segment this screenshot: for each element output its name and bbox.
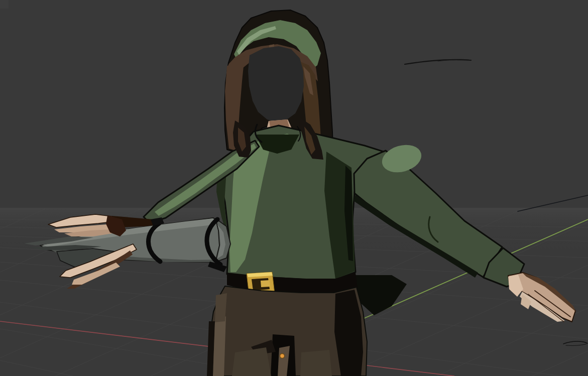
viewport-canvas[interactable]	[0, 0, 588, 376]
pants-left-light-2	[215, 293, 227, 322]
pants-left-light	[213, 316, 226, 376]
buckle-tab	[261, 280, 270, 287]
knee-facet-2	[300, 350, 332, 376]
3d-viewport[interactable]	[0, 0, 588, 376]
viewport-corner-patch	[0, 0, 9, 9]
object-origin-point[interactable]	[280, 354, 285, 358]
